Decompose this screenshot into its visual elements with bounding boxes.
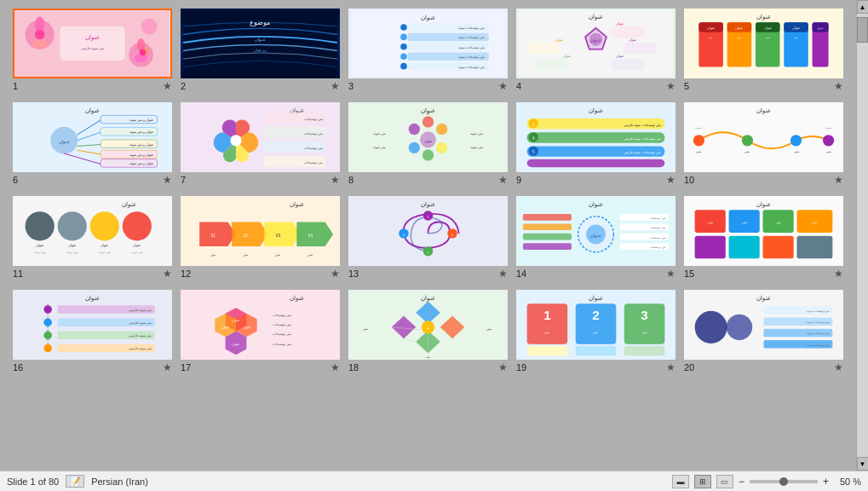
- star-icon-4[interactable]: ★: [666, 80, 675, 92]
- svg-text:متن نمونه فارسی: متن نمونه فارسی: [81, 46, 104, 50]
- slide-item-6[interactable]: عنوان عنوان عنوان و متن نمونه: [13, 102, 172, 186]
- reading-view-button[interactable]: ▭: [716, 475, 733, 488]
- slide-thumb-7[interactable]: عنوان متن توضیحات: [181, 102, 340, 172]
- scroll-track[interactable]: [857, 14, 868, 457]
- slide-thumb-13[interactable]: عنوان 1 2 3 4: [348, 196, 508, 266]
- svg-rect-52: [527, 43, 560, 54]
- slide-thumb-15[interactable]: عنوان متن متن متن متن: [684, 196, 843, 266]
- slide-meta-19: 19 ★: [516, 361, 675, 373]
- slide-thumb-10[interactable]: عنوان متن متن متن متن نمونه نمونه: [684, 102, 843, 172]
- slide-thumb-17[interactable]: عنوان عنوان عنوان عنوان عنوان متن توضیحا…: [181, 290, 340, 360]
- svg-text:متن: متن: [708, 221, 713, 224]
- scroll-up-button[interactable]: ▲: [857, 0, 869, 14]
- slide-item-11[interactable]: عنوان عنوان عنوان عنوان عنوان متن نمونه …: [13, 196, 172, 280]
- slide-thumb-2[interactable]: موضوع عنوان زیر عنوان: [181, 9, 340, 78]
- star-icon-1[interactable]: ★: [163, 80, 172, 92]
- star-icon-13[interactable]: ★: [498, 268, 508, 280]
- slide-item-17[interactable]: عنوان عنوان عنوان عنوان عنوان متن توضیحا…: [181, 290, 340, 373]
- star-icon-16[interactable]: ★: [163, 361, 172, 373]
- slide-thumb-9[interactable]: عنوان متن توضیحات نمونه فارسی 3 متن توضی…: [516, 102, 675, 172]
- slide-number-9: 9: [516, 175, 521, 185]
- svg-text:متن: متن: [243, 253, 248, 257]
- star-icon-19[interactable]: ★: [666, 361, 675, 373]
- slide-thumb-20[interactable]: عنوان متن توضیحات نمونه متن توضیحات نمون…: [684, 290, 843, 360]
- slide-thumb-19[interactable]: عنوان 1 متن 2 متن 3 متن: [516, 290, 675, 360]
- slide-number-14: 14: [516, 269, 526, 279]
- slide-thumb-5[interactable]: عنوان عنوان عنوان: [684, 9, 843, 78]
- slide-item-2[interactable]: موضوع عنوان زیر عنوان 2 ★: [181, 9, 340, 92]
- scroll-bar[interactable]: ▲ ▼: [856, 0, 868, 471]
- star-icon-5[interactable]: ★: [834, 80, 843, 92]
- scroll-down-button[interactable]: ▼: [857, 457, 869, 471]
- svg-text:متن: متن: [426, 355, 431, 358]
- svg-text:3: 3: [641, 308, 647, 322]
- star-icon-18[interactable]: ★: [498, 361, 508, 373]
- slide-meta-2: 2 ★: [181, 80, 340, 92]
- svg-rect-270: [624, 346, 665, 355]
- slide-thumb-12[interactable]: عنوان 01 02 03 04 متن متن متن متن: [181, 196, 340, 266]
- zoom-thumb[interactable]: [779, 477, 788, 486]
- star-icon-20[interactable]: ★: [834, 361, 843, 373]
- slide-item-18[interactable]: عنوان ✦ متن متن متن: [348, 290, 508, 373]
- notes-button[interactable]: 📝: [66, 475, 84, 488]
- slide-thumb-16[interactable]: عنوان متن نمونه فارسی متن نمونه فارسی: [13, 290, 172, 360]
- star-icon-12[interactable]: ★: [331, 268, 340, 280]
- star-icon-7[interactable]: ★: [331, 174, 340, 186]
- slide-thumb-14[interactable]: عنوان عنوان متن توضیحات متن توضیحات متن …: [516, 196, 675, 266]
- star-icon-10[interactable]: ★: [834, 174, 843, 186]
- svg-text:متن توضیحات نمونه فارسی: متن توضیحات نمونه فارسی: [624, 150, 660, 154]
- slide-sorter-button[interactable]: ⊞: [694, 475, 711, 488]
- svg-text:عنوان: عنوان: [817, 26, 824, 30]
- svg-text:1: 1: [427, 216, 428, 219]
- slide-item-9[interactable]: عنوان متن توضیحات نمونه فارسی 3 متن توضی…: [516, 102, 675, 186]
- svg-text:متن نمونه: متن نمونه: [470, 132, 483, 136]
- star-icon-2[interactable]: ★: [331, 80, 340, 92]
- zoom-slider[interactable]: [750, 480, 818, 483]
- svg-point-149: [26, 211, 55, 240]
- slide-item-3[interactable]: عنوان متن توضیحات نمونه متن توضیحات نمون…: [348, 9, 508, 92]
- slide-thumb-8[interactable]: عنوان عنوان 1 متن نمونه: [348, 102, 508, 172]
- svg-text:5: 5: [532, 150, 535, 154]
- svg-text:عنوان: عنوان: [589, 107, 603, 114]
- svg-point-114: [409, 124, 420, 135]
- slide-item-5[interactable]: عنوان عنوان عنوان: [684, 9, 843, 92]
- star-icon-9[interactable]: ★: [666, 174, 675, 186]
- star-icon-6[interactable]: ★: [163, 174, 172, 186]
- slide-item-7[interactable]: عنوان متن توضیحات: [181, 102, 340, 186]
- slide-item-14[interactable]: عنوان عنوان متن توضیحات متن توضیحات متن …: [516, 196, 675, 280]
- slide-thumb-18[interactable]: عنوان ✦ متن متن متن: [348, 290, 508, 360]
- svg-text:عنوان: عنوان: [232, 318, 239, 322]
- slide-item-8[interactable]: عنوان عنوان 1 متن نمونه: [348, 102, 508, 186]
- scroll-thumb[interactable]: [857, 17, 868, 43]
- slide-item-13[interactable]: عنوان 1 2 3 4: [348, 196, 508, 280]
- star-icon-11[interactable]: ★: [163, 268, 172, 280]
- slide-meta-15: 15 ★: [684, 268, 843, 280]
- zoom-plus-button[interactable]: +: [823, 476, 829, 488]
- svg-text:متن: متن: [766, 36, 770, 39]
- slide-item-1[interactable]: عنوان متن نمونه فارسی 1 ★: [13, 9, 172, 92]
- slide-thumb-4[interactable]: عنوان عنوان عنوان عنوان عنوان عنوان عنوا…: [516, 9, 675, 78]
- svg-rect-201: [523, 243, 572, 250]
- normal-view-button[interactable]: ▬: [672, 475, 689, 488]
- star-icon-14[interactable]: ★: [666, 268, 675, 280]
- star-icon-8[interactable]: ★: [498, 174, 508, 186]
- svg-text:02: 02: [244, 234, 249, 238]
- slides-panel[interactable]: عنوان متن نمونه فارسی 1 ★: [0, 0, 856, 471]
- svg-text:متن نمونه: متن نمونه: [131, 251, 143, 254]
- star-icon-17[interactable]: ★: [331, 361, 340, 373]
- star-icon-3[interactable]: ★: [498, 80, 508, 92]
- slide-item-16[interactable]: عنوان متن نمونه فارسی متن نمونه فارسی: [13, 290, 172, 373]
- slide-item-10[interactable]: عنوان متن متن متن متن نمونه نمونه: [684, 102, 843, 186]
- zoom-minus-button[interactable]: −: [739, 476, 744, 488]
- slide-item-15[interactable]: عنوان متن متن متن متن: [684, 196, 843, 280]
- slide-thumb-1[interactable]: عنوان متن نمونه فارسی: [13, 9, 172, 78]
- slide-item-19[interactable]: عنوان 1 متن 2 متن 3 متن: [516, 290, 675, 373]
- slide-item-12[interactable]: عنوان 01 02 03 04 متن متن متن متن: [181, 196, 340, 280]
- slide-thumb-6[interactable]: عنوان عنوان عنوان و متن نمونه: [13, 102, 172, 172]
- slide-thumb-11[interactable]: عنوان عنوان عنوان عنوان عنوان متن نمونه …: [13, 196, 172, 266]
- slide-thumb-3[interactable]: عنوان متن توضیحات نمونه متن توضیحات نمون…: [348, 9, 508, 78]
- star-icon-15[interactable]: ★: [834, 268, 843, 280]
- slide-item-4[interactable]: عنوان عنوان عنوان عنوان عنوان عنوان عنوا…: [516, 9, 675, 92]
- svg-text:متن: متن: [210, 253, 216, 257]
- slide-item-20[interactable]: عنوان متن توضیحات نمونه متن توضیحات نمون…: [684, 290, 843, 373]
